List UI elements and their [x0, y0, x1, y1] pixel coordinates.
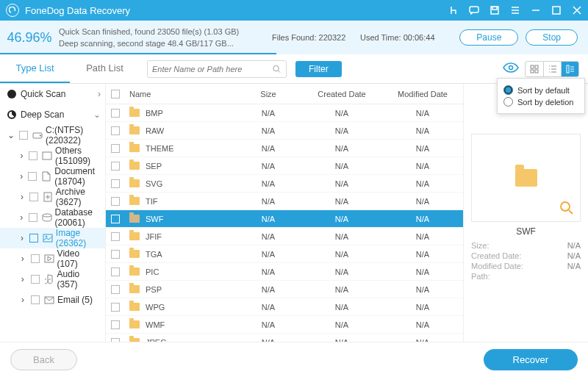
search-icon[interactable]	[272, 64, 282, 74]
minimize-icon[interactable]	[531, 5, 541, 15]
row-checkbox[interactable]	[111, 285, 120, 294]
view-detail-icon[interactable]	[561, 62, 578, 76]
sort-default-radio[interactable]	[503, 85, 513, 95]
recover-button[interactable]: Recover	[484, 349, 578, 370]
expand-icon[interactable]: ›	[19, 274, 26, 284]
checkbox[interactable]	[29, 193, 38, 201]
sidebar-item[interactable]: ›Archive (3627)	[0, 187, 105, 207]
search-box[interactable]	[147, 60, 287, 78]
checkbox[interactable]	[31, 295, 40, 304]
expand-icon[interactable]: ›	[19, 151, 24, 161]
row-checkbox[interactable]	[111, 126, 120, 135]
col-modified[interactable]: Modified Date	[382, 90, 463, 98]
row-checkbox[interactable]	[111, 268, 120, 276]
sort-deletion[interactable]: Sort by deletion	[503, 97, 578, 107]
checkbox[interactable]	[29, 151, 37, 160]
table-row[interactable]: JFIFN/AN/AN/A	[106, 228, 463, 245]
row-created: N/A	[301, 109, 382, 118]
expand-icon[interactable]: ›	[19, 192, 25, 202]
table-row[interactable]: WMFN/AN/AN/A	[106, 316, 463, 334]
row-checkbox[interactable]	[111, 144, 120, 153]
table-row[interactable]: RAWN/AN/AN/A	[106, 122, 463, 140]
expand-icon[interactable]: ›	[19, 171, 24, 182]
view-grid-icon[interactable]	[526, 62, 543, 76]
sidebar-item[interactable]: ›Document (18704)	[0, 166, 105, 187]
search-input[interactable]	[152, 65, 272, 73]
sort-deletion-radio[interactable]	[503, 97, 513, 107]
table-row[interactable]: TGAN/AN/AN/A	[106, 245, 463, 263]
checkbox[interactable]	[29, 234, 38, 243]
row-size: N/A	[235, 232, 301, 241]
checkbox[interactable]	[31, 275, 40, 284]
maximize-icon[interactable]	[551, 5, 562, 15]
sidebar-quick-scan[interactable]: Quick Scan ›	[0, 84, 105, 104]
folder-icon	[129, 162, 140, 170]
checkbox[interactable]	[31, 254, 40, 263]
row-checkbox[interactable]	[111, 179, 120, 188]
table-row[interactable]: SWFN/AN/AN/A	[106, 210, 463, 228]
sort-popup: Sort by default Sort by deletion	[497, 78, 585, 114]
col-name[interactable]: Name	[125, 90, 235, 98]
row-checkbox[interactable]	[111, 320, 120, 329]
row-modified: N/A	[382, 303, 463, 312]
back-button[interactable]: Back	[10, 349, 77, 370]
checkbox[interactable]	[19, 131, 28, 140]
menu-icon[interactable]	[510, 5, 520, 15]
svg-rect-2	[492, 7, 497, 10]
table-row[interactable]: TIFN/AN/AN/A	[106, 193, 463, 210]
close-icon[interactable]	[572, 5, 582, 15]
select-all-checkbox[interactable]	[111, 90, 120, 98]
row-size: N/A	[235, 250, 301, 259]
category-icon	[42, 212, 52, 223]
pause-button[interactable]: Pause	[459, 29, 518, 46]
sidebar-item[interactable]: ›Email (5)	[0, 290, 105, 310]
save-icon[interactable]	[490, 5, 500, 15]
expand-icon[interactable]: ›	[19, 295, 26, 305]
filter-button[interactable]: Filter	[295, 61, 342, 77]
expand-icon[interactable]: ›	[19, 233, 25, 243]
row-checkbox[interactable]	[111, 250, 120, 259]
tab-type-list[interactable]: Type List	[0, 54, 70, 83]
checkbox[interactable]	[29, 213, 37, 222]
row-name: THEME	[146, 144, 174, 153]
table-body[interactable]: BMPN/AN/AN/ARAWN/AN/AN/ATHEMEN/AN/AN/ASE…	[106, 104, 463, 342]
sidebar-item[interactable]: ›Database (20061)	[0, 207, 105, 228]
feedback-icon[interactable]	[469, 5, 479, 15]
row-created: N/A	[301, 268, 382, 276]
table-row[interactable]: BMPN/AN/AN/A	[106, 104, 463, 122]
table-row[interactable]: PICN/AN/AN/A	[106, 263, 463, 281]
expand-icon[interactable]: ›	[19, 212, 24, 223]
sidebar-item[interactable]: ›Image (26362)	[0, 228, 105, 248]
col-size[interactable]: Size	[235, 90, 301, 98]
tab-path-list[interactable]: Path List	[70, 54, 140, 83]
category-icon	[42, 151, 52, 161]
table-row[interactable]: SVGN/AN/AN/A	[106, 175, 463, 193]
row-checkbox[interactable]	[111, 232, 120, 241]
sidebar-item[interactable]: ›Audio (357)	[0, 269, 105, 290]
folder-icon	[515, 169, 537, 187]
row-checkbox[interactable]	[111, 215, 120, 223]
sidebar-item[interactable]: ›Video (107)	[0, 248, 105, 269]
table-row[interactable]: WPGN/AN/AN/A	[106, 298, 463, 316]
table-row[interactable]: THEMEN/AN/AN/A	[106, 140, 463, 157]
sidebar-drive[interactable]: ⌄ C:(NTFS) (220322)	[0, 125, 105, 146]
share-icon[interactable]	[448, 5, 459, 15]
col-created[interactable]: Created Date	[301, 90, 382, 98]
sort-default[interactable]: Sort by default	[503, 85, 578, 95]
sidebar-deep-scan[interactable]: Deep Scan ⌄	[0, 104, 105, 125]
row-checkbox[interactable]	[111, 197, 120, 206]
row-checkbox[interactable]	[111, 162, 120, 170]
view-list-icon[interactable]	[543, 62, 561, 76]
row-checkbox[interactable]	[111, 303, 120, 312]
eye-icon[interactable]	[503, 62, 519, 75]
table-row[interactable]: SEPN/AN/AN/A	[106, 157, 463, 175]
sidebar-item[interactable]: ›Others (151099)	[0, 146, 105, 166]
table-row[interactable]: JPEGN/AN/AN/A	[106, 334, 463, 342]
stop-button[interactable]: Stop	[526, 29, 578, 46]
checkbox[interactable]	[28, 172, 37, 181]
table-row[interactable]: PSPN/AN/AN/A	[106, 281, 463, 298]
zoom-icon[interactable]	[559, 201, 574, 217]
row-checkbox[interactable]	[111, 109, 120, 118]
collapse-icon[interactable]: ⌄	[7, 130, 15, 140]
expand-icon[interactable]: ›	[19, 254, 26, 264]
